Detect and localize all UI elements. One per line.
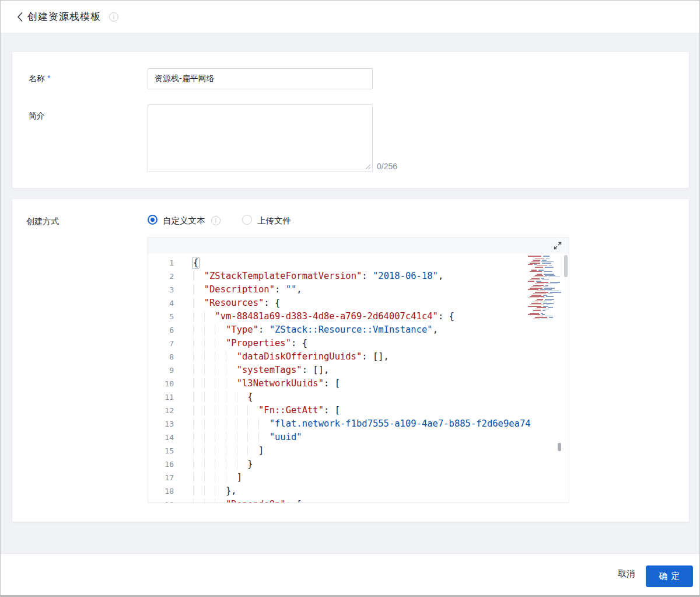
line-number: 3 bbox=[148, 283, 174, 296]
radio-upload-file[interactable] bbox=[242, 215, 252, 225]
char-counter: 0/256 bbox=[377, 162, 397, 171]
code-line: 19 "DependsOn": [ bbox=[148, 498, 569, 502]
info-icon[interactable] bbox=[109, 12, 118, 22]
description-field-label: 简介 bbox=[29, 110, 45, 121]
line-number: 16 bbox=[148, 458, 174, 471]
editor-scrollbar[interactable] bbox=[564, 255, 568, 277]
code-line: 5 "vm-88481a69-d383-4d8e-a769-2d64007c41… bbox=[148, 310, 569, 323]
method-label: 创建方式 bbox=[26, 215, 59, 227]
name-input[interactable] bbox=[148, 68, 373, 89]
expand-icon[interactable] bbox=[552, 240, 563, 251]
code-line: 12 "Fn::GetAtt": [ bbox=[148, 404, 569, 417]
confirm-button[interactable]: 确定 bbox=[646, 565, 693, 587]
code-line: 6 "Type": "ZStack::Resource::VmInstance"… bbox=[148, 323, 569, 337]
radio-custom-text[interactable] bbox=[148, 215, 158, 225]
info-icon[interactable] bbox=[211, 216, 220, 225]
description-textarea-wrap bbox=[148, 104, 373, 172]
line-number: 13 bbox=[148, 417, 174, 431]
code-line: 7 "Properties": { bbox=[148, 337, 569, 350]
page-title: 创建资源栈模板 bbox=[27, 10, 101, 24]
code-lines: 1{2 "ZStackTemplateFormatVersion": "2018… bbox=[148, 256, 569, 502]
code-line: 4 "Resources": { bbox=[148, 296, 569, 310]
code-line: 18 }, bbox=[148, 484, 569, 498]
resize-handle-icon[interactable] bbox=[365, 163, 371, 170]
code-line: 13 "flat.network-f1bd7555-a109-4ae7-b885… bbox=[148, 417, 569, 431]
cancel-button[interactable]: 取消 bbox=[618, 568, 635, 579]
overview-ruler-mark bbox=[558, 443, 561, 451]
back-button[interactable] bbox=[13, 11, 26, 23]
minimap[interactable] bbox=[528, 256, 561, 320]
code-line: 10 "l3NetworkUuids": [ bbox=[148, 377, 569, 390]
code-line: 3 "Description": "", bbox=[148, 283, 569, 296]
required-asterisk: * bbox=[47, 74, 50, 83]
line-number: 10 bbox=[148, 377, 174, 390]
line-number: 7 bbox=[148, 337, 174, 350]
line-number: 12 bbox=[148, 404, 174, 417]
code-line: 11 { bbox=[148, 390, 569, 404]
code-line: 14 "uuid" bbox=[148, 431, 569, 444]
create-stack-template-page: 创建资源栈模板 名称* 简介 0/256 创建方式 自定义文本 上传文件 bbox=[0, 0, 700, 597]
action-footer: 取消 确定 bbox=[1, 553, 699, 595]
line-number: 17 bbox=[148, 471, 174, 484]
line-number: 15 bbox=[148, 444, 174, 458]
code-line: 8 "dataDiskOfferingUuids": [], bbox=[148, 350, 569, 364]
code-line: 15 ] bbox=[148, 444, 569, 458]
line-number: 9 bbox=[148, 364, 174, 377]
description-textarea[interactable] bbox=[148, 104, 373, 172]
radio-upload-file-label[interactable]: 上传文件 bbox=[257, 215, 291, 226]
radio-custom-text-label[interactable]: 自定义文本 bbox=[163, 215, 205, 226]
line-number: 14 bbox=[148, 431, 174, 444]
name-field-label: 名称* bbox=[29, 72, 50, 84]
line-number: 6 bbox=[148, 323, 174, 337]
line-number: 11 bbox=[148, 390, 174, 404]
code-line: 17 ] bbox=[148, 471, 569, 484]
code-line: 2 "ZStackTemplateFormatVersion": "2018-0… bbox=[148, 270, 569, 283]
code-area[interactable]: 1{2 "ZStackTemplateFormatVersion": "2018… bbox=[148, 254, 569, 502]
line-number: 18 bbox=[148, 484, 174, 498]
confirm-button-label: 确定 bbox=[659, 571, 684, 582]
name-label-text: 名称 bbox=[29, 74, 45, 83]
line-number: 1 bbox=[148, 256, 174, 270]
code-line: 9 "systemTags": [], bbox=[148, 364, 569, 377]
creation-method-card: 创建方式 自定义文本 上传文件 1{2 "ZStackTemplateForma… bbox=[12, 199, 689, 522]
line-number: 2 bbox=[148, 270, 174, 283]
code-line: 1{ bbox=[148, 256, 569, 270]
page-header: 创建资源栈模板 bbox=[1, 1, 699, 33]
line-number: 19 bbox=[148, 498, 174, 502]
code-editor: 1{2 "ZStackTemplateFormatVersion": "2018… bbox=[148, 237, 569, 503]
line-number: 8 bbox=[148, 350, 174, 364]
line-number: 5 bbox=[148, 310, 174, 323]
editor-toolbar bbox=[148, 238, 569, 254]
line-number: 4 bbox=[148, 296, 174, 310]
code-line: 16 } bbox=[148, 458, 569, 471]
chevron-left-icon bbox=[17, 12, 23, 22]
basic-info-card: 名称* 简介 0/256 bbox=[12, 52, 689, 188]
